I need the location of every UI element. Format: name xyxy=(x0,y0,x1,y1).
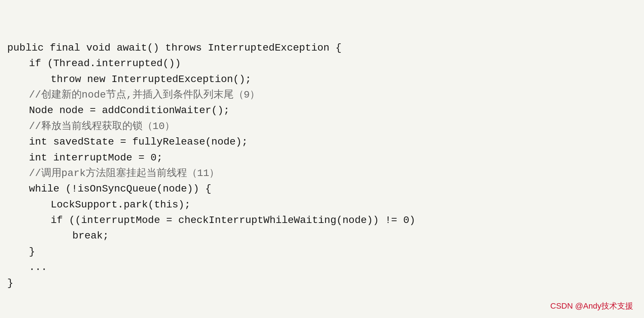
code-line: throw new InterruptedException(); xyxy=(7,72,633,87)
code-line: public final void await() throws Interru… xyxy=(7,40,633,56)
code-line: break; xyxy=(7,228,633,244)
code-line: //创建新的node节点,并插入到条件队列末尾（9） xyxy=(7,87,633,103)
code-block: public final void await() throws Interru… xyxy=(7,9,633,291)
code-line: LockSupport.park(this); xyxy=(7,197,633,212)
code-line: //释放当前线程获取的锁（10） xyxy=(7,119,633,134)
code-line: while (!isOnSyncQueue(node)) { xyxy=(7,181,633,197)
code-line: int interruptMode = 0; xyxy=(7,150,633,166)
code-line: //调用park方法阻塞挂起当前线程（11） xyxy=(7,166,633,181)
code-line: if (Thread.interrupted()) xyxy=(7,56,633,71)
code-line: int savedState = fullyRelease(node); xyxy=(7,134,633,150)
code-line: if ((interruptMode = checkInterruptWhile… xyxy=(7,212,633,228)
code-line: ... xyxy=(7,259,633,275)
code-line: } xyxy=(7,244,633,259)
code-line: Node node = addConditionWaiter(); xyxy=(7,103,633,118)
code-line: } xyxy=(7,275,633,291)
code-container: public final void await() throws Interru… xyxy=(0,0,644,318)
footer-attribution: CSDN @Andy技术支援 xyxy=(550,301,633,311)
